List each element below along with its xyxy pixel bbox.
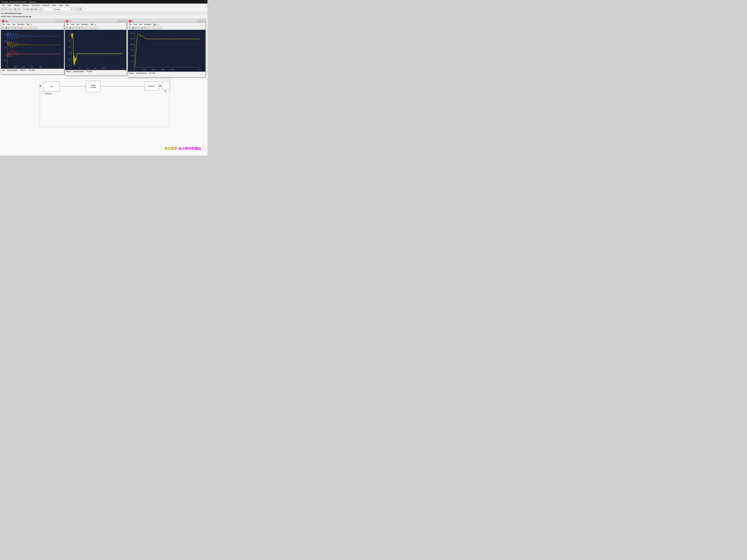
- menu-tools[interactable]: Tools: [57, 4, 64, 6]
- scope-Te-minimize[interactable]: —: [118, 20, 120, 22]
- menu-display[interactable]: Display: [12, 4, 21, 6]
- mode-select[interactable]: Normal Accelerator Rapid Accelerator: [54, 8, 73, 11]
- scope-labc-menu-view[interactable]: View: [11, 24, 16, 25]
- svg-text:0.04: 0.04: [152, 69, 155, 70]
- sc-Nr-zoomin[interactable]: +: [147, 26, 150, 29]
- menu-diagram[interactable]: Diagram: [21, 4, 30, 6]
- scope-Nr-close[interactable]: ×: [202, 20, 204, 22]
- scope-labc-status-offset: Offset=0: [20, 69, 27, 71]
- sc-labc-settings[interactable]: ⚙: [1, 26, 4, 29]
- menu-analysis[interactable]: Analysis: [41, 4, 50, 6]
- sc-Nr-step[interactable]: ■: [141, 26, 144, 29]
- sc-labc-zoomout[interactable]: -: [26, 26, 29, 29]
- sc-Te-zoomout[interactable]: -: [87, 26, 90, 29]
- sc-labc-data[interactable]: 📊: [32, 26, 35, 29]
- sc-Te-run[interactable]: ▶: [72, 26, 75, 29]
- sc-Nr-pan[interactable]: ✋: [153, 26, 156, 29]
- step-btn[interactable]: ⏭: [30, 7, 34, 11]
- sc-labc-step[interactable]: ■: [14, 26, 17, 29]
- up-btn[interactable]: ▲: [8, 7, 12, 11]
- menu-code[interactable]: Code: [50, 4, 57, 6]
- svg-text:0.1: 0.1: [199, 69, 201, 70]
- sc-Te-cursor[interactable]: ↕: [96, 26, 99, 29]
- sc-Te-pan[interactable]: ✋: [90, 26, 93, 29]
- menu-view[interactable]: View: [6, 4, 12, 6]
- scope-Nr-menu-tools[interactable]: Tools: [133, 24, 138, 25]
- sc-Nr-zoomout[interactable]: -: [150, 26, 153, 29]
- scope-labc-restore[interactable]: □: [58, 20, 60, 22]
- sc-labc-fit[interactable]: ⊞: [20, 26, 23, 29]
- zoom-btn[interactable]: 🔍: [39, 7, 43, 11]
- grid-btn[interactable]: ⊞: [78, 7, 82, 11]
- sc-Nr-zoom[interactable]: ⚙: [144, 26, 147, 29]
- scope-labc-menu-file[interactable]: File: [2, 24, 5, 25]
- scope-Nr-menu-sim[interactable]: Simulation: [143, 24, 152, 25]
- svg-text:400: 400: [131, 55, 134, 57]
- scope-Te-arrow: ▶: [95, 24, 96, 25]
- sc-Nr-settings[interactable]: ⚙: [128, 26, 131, 29]
- svg-text:10: 10: [4, 47, 6, 49]
- scope-labc-minimize[interactable]: —: [55, 20, 58, 22]
- sc-labc-zoomin[interactable]: +: [23, 26, 26, 29]
- scope-Te-close[interactable]: ×: [123, 20, 125, 22]
- menu-help[interactable]: Help: [64, 4, 70, 6]
- scope-Te-menu-file[interactable]: File: [66, 24, 70, 25]
- cut-btn[interactable]: ✂: [22, 7, 26, 11]
- sc-Nr-data[interactable]: 📊: [156, 26, 159, 29]
- scope-Nr-titlebar: ▲ Nr — □ ×: [128, 20, 205, 23]
- scope-labc-menu-sim[interactable]: Simulation: [16, 24, 25, 25]
- fwd-btn[interactable]: ►: [4, 7, 8, 11]
- scope-Te-menu-help[interactable]: Help: [89, 24, 94, 25]
- sc-Nr-stop[interactable]: ⏹: [131, 26, 134, 29]
- sep3: [38, 8, 38, 11]
- sc-labc-cursor[interactable]: ↕: [35, 26, 38, 29]
- menu-file[interactable]: File: [1, 4, 6, 6]
- scope-Te-restore[interactable]: □: [121, 20, 123, 22]
- sep1: [12, 8, 13, 11]
- sc-Te-step[interactable]: ■: [78, 26, 81, 29]
- scope-Nr-menu-file[interactable]: File: [129, 24, 132, 25]
- sc-Te-data[interactable]: 📊: [93, 26, 96, 29]
- scope-Te-menu-tools[interactable]: Tools: [70, 24, 75, 25]
- check-btn[interactable]: ✓: [75, 7, 78, 11]
- scope-Te-menu-sim[interactable]: Simulation: [80, 24, 89, 25]
- svg-text:1200: 1200: [130, 32, 134, 34]
- scope-Nr-menu-view[interactable]: View: [138, 24, 143, 25]
- sc-Te-stop[interactable]: ⏹: [69, 26, 72, 29]
- menu-simulation[interactable]: Simulation: [30, 4, 41, 6]
- diagram-bounding-box: [40, 78, 170, 127]
- scope-Nr-menu-help[interactable]: Help: [153, 24, 157, 25]
- run-btn[interactable]: ▶: [26, 7, 30, 11]
- svg-text:-10: -10: [4, 60, 6, 61]
- library-btn[interactable]: ⊞: [14, 7, 17, 11]
- sc-Nr-cursor[interactable]: ↕: [159, 26, 162, 29]
- sc-labc-zoom[interactable]: ⚙: [17, 26, 20, 29]
- sc-labc-pause[interactable]: ⏸: [11, 26, 14, 29]
- back-btn[interactable]: ◄: [1, 7, 4, 11]
- scope-Nr-restore[interactable]: □: [200, 20, 202, 22]
- scope-Te-icon: ▲: [66, 20, 68, 22]
- sc-Nr-pause[interactable]: ⏸: [138, 26, 140, 29]
- sc-labc-run[interactable]: ▶: [8, 26, 10, 29]
- diagram-area[interactable]: ▲ labc — □ × File Tools View Simulation …: [0, 19, 207, 156]
- svg-text:0.1: 0.1: [122, 68, 124, 69]
- scope-labc-close[interactable]: ×: [61, 20, 63, 22]
- sc-labc-pan[interactable]: ✋: [29, 26, 32, 29]
- scope-labc-menu-help[interactable]: Help: [26, 24, 30, 25]
- sc-Te-zoomin[interactable]: +: [84, 26, 87, 29]
- svg-text:1000: 1000: [130, 38, 134, 39]
- scope-labc-status-T: T=0.100: [28, 69, 35, 71]
- settings-btn[interactable]: ⚙: [17, 7, 21, 11]
- scope-Te-menu-view[interactable]: View: [75, 24, 80, 25]
- sc-labc-stop[interactable]: ⏹: [4, 26, 7, 29]
- svg-text:0: 0: [133, 66, 134, 68]
- sc-Te-settings[interactable]: ⚙: [66, 26, 69, 29]
- scope-Nr-minimize[interactable]: —: [197, 20, 199, 22]
- sc-Nr-run[interactable]: ▶: [134, 26, 137, 29]
- sc-Te-pause[interactable]: ⏸: [75, 26, 78, 29]
- svg-text:0.1: 0.1: [58, 66, 61, 68]
- stop-btn[interactable]: ■: [34, 7, 37, 11]
- step-size-input[interactable]: 0.1: [44, 8, 52, 11]
- sc-Te-zoom[interactable]: ⚙: [81, 26, 84, 29]
- scope-labc-menu-tools[interactable]: Tools: [6, 24, 11, 25]
